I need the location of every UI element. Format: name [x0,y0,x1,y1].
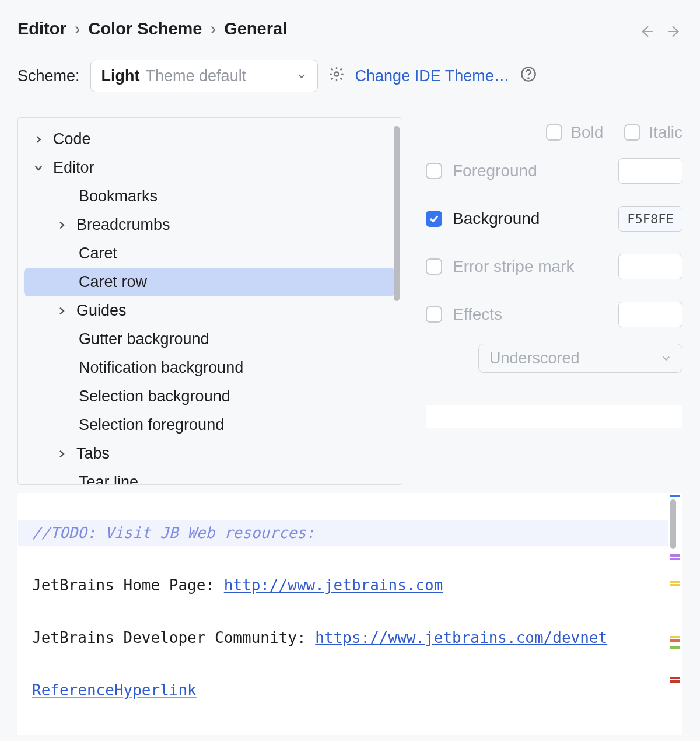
chevron-down-icon [296,67,307,85]
italic-checkbox-group: Italic [624,123,682,142]
bold-label: Bold [570,123,603,142]
breadcrumb-sep: › [75,19,80,39]
scrollbar-thumb[interactable] [670,499,676,549]
tree-label: Selection background [79,387,230,406]
background-hex: F5F8FE [627,212,673,226]
tree-item-tear-line[interactable]: Tear line [18,468,402,485]
divider [18,103,682,103]
effects-checkbox[interactable] [426,306,442,323]
stripe-mark-icon[interactable] [670,680,680,683]
tree-label: Caret row [79,273,147,291]
tree-item-bookmarks[interactable]: Bookmarks [18,182,402,211]
tree-label: Tabs [76,445,110,463]
chevron-right-icon [55,220,68,230]
tree-item-guides[interactable]: Guides [18,296,402,325]
breadcrumb: Editor › Color Scheme › General [18,19,287,39]
tree-item-editor[interactable]: Editor [18,153,402,182]
svg-point-0 [334,72,338,76]
back-arrow-icon[interactable] [638,23,654,40]
help-icon[interactable] [520,66,537,86]
foreground-checkbox[interactable] [426,163,442,179]
breadcrumb-editor[interactable]: Editor [18,19,66,39]
change-ide-theme-link[interactable]: Change IDE Theme… [355,67,510,85]
scrollbar-thumb[interactable] [394,126,400,301]
error-stripe-gutter[interactable] [668,494,682,735]
effects-type-dropdown: Underscored [478,344,682,373]
code-text: Inactive hyperlink in code: " [32,734,297,735]
code-link[interactable]: https://www.jetbrains.com/devnet [315,629,607,646]
chevron-right-icon [55,306,68,316]
code-text: JetBrains Developer Community: [32,629,315,646]
tree-label: Breadcrumbs [76,216,170,234]
tree-item-selection-fg[interactable]: Selection foreground [18,411,402,439]
tree-item-tabs[interactable]: Tabs [18,439,402,468]
foreground-swatch[interactable] [618,158,682,184]
italic-label: Italic [649,123,682,142]
code-todo: //TODO: Visit JB Web resources: [32,524,315,541]
code-inactive-link: http://jetbrains.com [297,734,480,735]
code-text: JetBrains Home Page: [32,576,224,594]
tree-item-selection-bg[interactable]: Selection background [18,382,402,411]
svg-point-2 [528,78,528,78]
scheme-label: Scheme: [18,67,80,85]
scheme-value: Light [102,67,140,85]
gear-icon[interactable] [328,66,345,86]
chevron-down-icon [32,163,45,173]
stripe-mark-icon[interactable] [670,639,680,642]
stripe-mark-icon[interactable] [670,646,680,649]
breadcrumb-color-scheme[interactable]: Color Scheme [88,19,202,39]
scheme-value-suffix: Theme default [146,67,247,85]
settings-tree[interactable]: Code Editor Bookmarks Breadcrumbs Caret … [18,117,402,485]
breadcrumb-sep: › [210,19,216,39]
code-text: " [480,734,489,735]
bold-checkbox [546,124,562,141]
background-swatch[interactable]: F5F8FE [618,206,682,232]
tree-item-code[interactable]: Code [18,125,402,153]
chevron-right-icon [55,449,68,459]
inheritance-slot [426,405,682,428]
code-link[interactable]: http://www.jetbrains.com [224,576,443,594]
bold-checkbox-group: Bold [546,123,603,142]
code-preview[interactable]: //TODO: Visit JB Web resources: JetBrain… [18,493,682,735]
forward-arrow-icon[interactable] [666,23,682,40]
effects-type-value: Underscored [489,349,580,368]
error-stripe-swatch[interactable] [618,254,682,279]
tree-label: Gutter background [79,330,209,348]
tree-label: Guides [76,302,127,320]
error-stripe-checkbox[interactable] [426,258,442,275]
tree-item-gutter-bg[interactable]: Gutter background [18,325,402,354]
error-stripe-label: Error stripe mark [453,257,574,276]
tree-item-notification-bg[interactable]: Notification background [18,354,402,382]
code-reference-hyperlink[interactable]: ReferenceHyperlink [32,681,197,699]
foreground-label: Foreground [453,162,537,180]
stripe-mark-icon[interactable] [670,584,680,586]
background-checkbox[interactable] [426,211,442,227]
italic-checkbox [624,124,640,141]
effects-swatch[interactable] [618,302,682,327]
tree-item-caret[interactable]: Caret [18,239,402,268]
stripe-mark-icon[interactable] [670,495,680,497]
breadcrumb-general[interactable]: General [224,19,287,39]
tree-label: Bookmarks [79,187,158,205]
tree-label: Notification background [79,359,243,377]
tree-item-breadcrumbs[interactable]: Breadcrumbs [18,211,402,239]
chevron-right-icon [32,134,45,145]
effects-label: Effects [453,305,502,324]
background-label: Background [453,209,540,228]
stripe-mark-icon[interactable] [670,558,680,560]
scheme-dropdown[interactable]: Light Theme default [90,60,318,92]
tree-label: Selection foreground [79,416,224,434]
tree-label: Tear line [79,473,138,485]
tree-label: Code [53,130,91,148]
tree-label: Caret [79,244,117,263]
tree-item-caret-row[interactable]: Caret row [24,268,395,296]
tree-label: Editor [53,159,94,177]
